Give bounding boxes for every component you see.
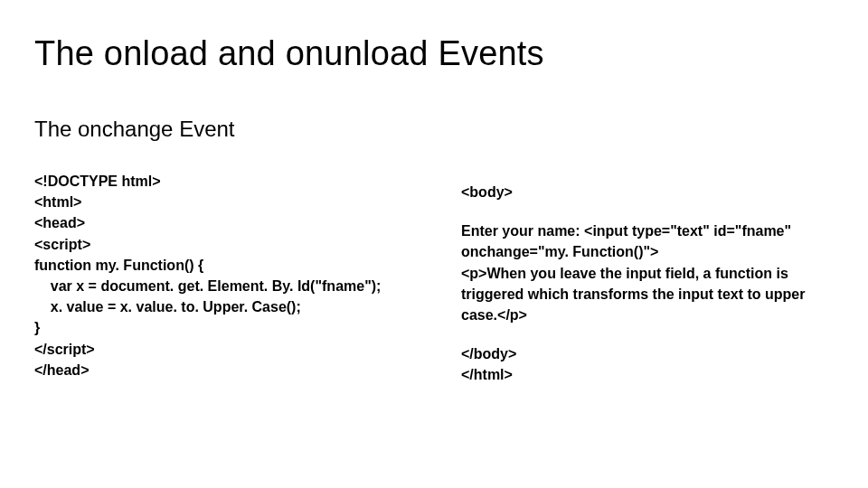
code-line: function my. Function() { [34,255,407,276]
code-column-left: <!DOCTYPE html> <html> <head> <script> f… [34,171,407,386]
code-line: Enter your name: <input type="text" id="… [461,221,834,262]
code-line: var x = document. get. Element. By. Id("… [34,276,407,296]
code-column-right: <body> Enter your name: <input type="tex… [461,171,834,386]
code-line: </head> [34,360,407,380]
blank-line [461,202,834,221]
code-line: } [34,317,407,338]
code-line: <html> [34,192,407,212]
code-line: <p>When you leave the input field, a fun… [461,263,834,326]
page-title: The onload and onunload Events [34,34,834,73]
section-subtitle: The onchange Event [34,117,834,142]
code-line: <!DOCTYPE html> [34,171,407,192]
slide: The onload and onunload Events The oncha… [0,0,868,488]
content-columns: <!DOCTYPE html> <html> <head> <script> f… [34,171,834,386]
blank-line [461,325,834,343]
code-line: </html> [461,364,834,385]
code-line: <body> [461,182,834,202]
code-line: </script> [34,339,407,360]
code-line: x. value = x. value. to. Upper. Case(); [34,296,407,317]
code-line: <head> [34,212,407,233]
code-line: <script> [34,234,407,255]
code-line: </body> [461,343,834,364]
